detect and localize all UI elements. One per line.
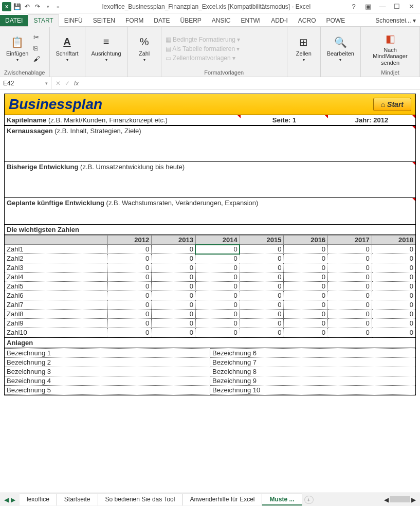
anlage-cell[interactable]: Bezeichnung 6 [210, 349, 416, 358]
data-cell[interactable]: 0 [107, 273, 152, 282]
data-cell[interactable]: 0 [240, 254, 284, 263]
name-box[interactable]: E42▾ [0, 77, 51, 89]
data-cell[interactable]: 0 [372, 310, 415, 319]
data-cell[interactable]: 0 [107, 300, 152, 310]
data-cell[interactable]: 0 [240, 273, 284, 282]
anlage-cell[interactable]: Bezeichnung 8 [210, 367, 416, 376]
close-icon[interactable]: ✕ [406, 3, 417, 10]
data-cell[interactable]: 0 [328, 300, 372, 310]
tab-review[interactable]: ÜBERP [175, 15, 206, 26]
data-cell[interactable]: 0 [107, 310, 152, 319]
anlage-cell[interactable]: Bezeichnung 10 [210, 386, 416, 395]
anlage-cell[interactable]: Bezeichnung 5 [5, 386, 210, 395]
data-cell[interactable]: 0 [195, 273, 240, 282]
data-cell[interactable]: 0 [240, 282, 284, 291]
redo-icon[interactable]: ↷ [33, 2, 42, 11]
tab-powerpivot[interactable]: POWE [321, 15, 351, 26]
tab-formulas[interactable]: FORM [120, 15, 149, 26]
data-cell[interactable]: 0 [372, 319, 415, 328]
data-cell[interactable]: 0 [195, 310, 240, 319]
minimize-icon[interactable]: — [377, 3, 388, 10]
data-cell[interactable]: 0 [372, 282, 415, 291]
data-cell[interactable]: 0 [284, 273, 328, 282]
data-cell[interactable]: 0 [152, 282, 196, 291]
data-cell[interactable]: 0 [240, 245, 284, 254]
data-cell[interactable]: 0 [328, 319, 372, 328]
fx-icon[interactable]: fx [74, 80, 79, 87]
comment-indicator-icon[interactable] [412, 115, 415, 118]
data-cell[interactable]: 0 [284, 263, 328, 273]
data-cell[interactable]: 0 [152, 273, 196, 282]
copy-icon[interactable]: ⎘ [33, 44, 43, 53]
data-cell[interactable]: 0 [107, 263, 152, 273]
paste-button[interactable]: 📋 Einfügen ▾ [4, 34, 30, 63]
data-cell[interactable]: 0 [195, 291, 240, 300]
data-cell[interactable]: 0 [195, 319, 240, 328]
jahr-cell[interactable]: Jahr: 2012 [328, 115, 415, 125]
data-cell[interactable]: 0 [284, 328, 328, 337]
anlage-cell[interactable]: Bezeichnung 1 [5, 349, 210, 358]
format-painter-icon[interactable]: 🖌 [33, 55, 43, 64]
bisherige-header[interactable]: Bisherige Entwicklung (z.B. Umsatzentwic… [5, 161, 415, 172]
editing-button[interactable]: 🔍 Bearbeiten ▾ [325, 34, 356, 63]
row-label[interactable]: Zahl8 [5, 310, 107, 319]
data-cell[interactable]: 0 [152, 328, 196, 337]
comment-indicator-icon[interactable] [412, 126, 415, 129]
data-cell[interactable]: 0 [372, 245, 415, 254]
data-cell[interactable]: 0 [328, 254, 372, 263]
number-button[interactable]: % Zahl ▾ [132, 34, 157, 63]
data-cell[interactable]: 0 [195, 254, 240, 263]
data-cell[interactable]: 0 [372, 254, 415, 263]
data-cell[interactable]: 0 [152, 319, 196, 328]
account-name[interactable]: Schoenstei... ▾ [371, 15, 420, 26]
tab-file[interactable]: DATEI [0, 15, 28, 26]
data-cell[interactable]: 0 [328, 328, 372, 337]
data-cell[interactable]: 0 [372, 273, 415, 282]
anlage-cell[interactable]: Bezeichnung 4 [5, 376, 210, 386]
worksheet-area[interactable]: Businessplan ⌂Start Kapitelname (z.B. Ma… [0, 89, 420, 400]
data-cell[interactable]: 0 [284, 291, 328, 300]
data-cell[interactable]: 0 [328, 282, 372, 291]
start-button[interactable]: ⌂Start [373, 98, 411, 111]
data-cell[interactable]: 0 [328, 310, 372, 319]
data-cell[interactable]: 0 [195, 245, 240, 254]
geplante-body[interactable] [5, 208, 415, 224]
undo-icon[interactable]: ↶ [23, 2, 32, 11]
data-cell[interactable]: 0 [284, 319, 328, 328]
data-cell[interactable]: 0 [240, 310, 284, 319]
data-cell[interactable]: 0 [107, 291, 152, 300]
anlage-cell[interactable]: Bezeichnung 3 [5, 367, 210, 376]
data-cell[interactable]: 0 [240, 300, 284, 310]
data-cell[interactable]: 0 [284, 282, 328, 291]
bisherige-body[interactable] [5, 172, 415, 197]
ribbon-display-icon[interactable]: ▣ [362, 3, 374, 10]
cells-button[interactable]: ⊞ Zellen ▾ [291, 34, 316, 63]
qat-overflow-icon[interactable]: = [53, 2, 63, 11]
tab-start[interactable]: START [28, 14, 59, 27]
kernaussagen-body[interactable] [5, 136, 415, 161]
row-label[interactable]: Zahl6 [5, 291, 107, 300]
data-cell[interactable]: 0 [107, 328, 152, 337]
cut-icon[interactable]: ✂ [33, 33, 43, 43]
tab-pagelayout[interactable]: SEITEN [88, 15, 120, 26]
row-label[interactable]: Zahl1 [5, 245, 107, 254]
data-cell[interactable]: 0 [372, 263, 415, 273]
data-cell[interactable]: 0 [284, 254, 328, 263]
data-cell[interactable]: 0 [328, 263, 372, 273]
data-cell[interactable]: 0 [195, 263, 240, 273]
data-cell[interactable]: 0 [328, 273, 372, 282]
row-label[interactable]: Zahl3 [5, 263, 107, 273]
row-label[interactable]: Zahl5 [5, 282, 107, 291]
data-cell[interactable]: 0 [372, 328, 415, 337]
alignment-button[interactable]: ≡ Ausrichtung ▾ [89, 34, 123, 63]
data-cell[interactable]: 0 [152, 245, 196, 254]
tab-addins[interactable]: ADD-I [266, 15, 293, 26]
row-label[interactable]: Zahl4 [5, 273, 107, 282]
qat-more-icon[interactable]: ▾ [43, 2, 52, 11]
font-button[interactable]: A Schriftart ▾ [54, 34, 81, 63]
save-icon[interactable]: 💾 [12, 2, 22, 11]
data-cell[interactable]: 0 [372, 291, 415, 300]
data-cell[interactable]: 0 [152, 291, 196, 300]
row-label[interactable]: Zahl7 [5, 300, 107, 310]
data-cell[interactable]: 0 [240, 263, 284, 273]
